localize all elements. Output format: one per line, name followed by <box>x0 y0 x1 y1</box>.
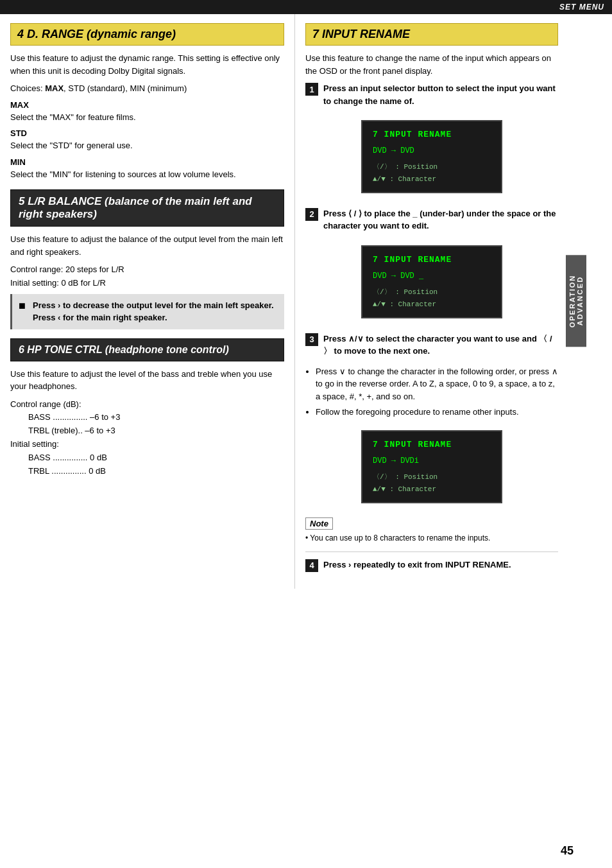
osd1-container: 7 INPUT RENAME DVD → DVD 〈/〉 : Position … <box>305 115 558 198</box>
bullet2: Follow the foregoing procedure to rename… <box>316 406 558 419</box>
step1-text: Press an input selector button to select… <box>323 82 558 107</box>
section6-header: 6 HP TONE CTRL (headphone tone control) <box>10 338 284 361</box>
step2-num: 2 <box>305 208 318 221</box>
section6-title: 6 HP TONE CTRL (headphone tone control) <box>19 344 276 356</box>
press-icon: ■ <box>19 299 28 313</box>
osd3-line3: ▲/▼ : Character <box>373 483 491 496</box>
step3-block: 3 Press ∧/∨ to select the character you … <box>305 333 558 358</box>
page-number: 45 <box>561 844 574 858</box>
section4-header: 4 D. RANGE (dynamic range) <box>10 23 284 46</box>
max-text: Select the "MAX" for feature films. <box>10 111 284 124</box>
sidebar-label: OPERATION ADVANCED <box>566 256 586 347</box>
left-column: 4 D. RANGE (dynamic range) Use this feat… <box>0 14 295 589</box>
note-label: Note <box>305 517 333 530</box>
std-text: Select the "STD" for general use. <box>10 139 284 152</box>
osd1-line3: ▲/▼ : Character <box>373 173 491 186</box>
section5-press-block: ■ Press › to decrease the output level f… <box>10 294 284 329</box>
max-label: MAX <box>10 100 284 110</box>
section4-title: 4 D. RANGE (dynamic range) <box>17 28 277 41</box>
osd3-line2: 〈/〉 : Position <box>373 471 491 483</box>
note-text: • You can use up to 8 characters to rena… <box>305 532 558 544</box>
section6-trbl-initial: TRBL ............... 0 dB <box>28 465 284 478</box>
step2-text: Press ⟨ / ⟩ to place the _ (under-bar) u… <box>323 207 558 232</box>
section6-bass-initial: BASS ............... 0 dB <box>28 451 284 465</box>
osd2-box: 7 INPUT RENAME DVD → DVD _ 〈/〉 : Positio… <box>361 245 502 318</box>
top-bar: SET MENU <box>0 0 612 14</box>
osd3-line1: DVD → DVDi <box>373 455 491 467</box>
section6-range-label: Control range (dB): <box>10 398 284 412</box>
section6-trbl-range: TRBL (treble).. –6 to +3 <box>28 424 284 438</box>
osd3-box: 7 INPUT RENAME DVD → DVDi 〈/〉 : Position… <box>361 430 502 503</box>
section6-control-info: Control range (dB): BASS ...............… <box>10 398 284 478</box>
osd3-title: 7 INPUT RENAME <box>373 438 491 452</box>
divider <box>305 551 558 552</box>
min-label: MIN <box>10 157 284 167</box>
section6-bass-range: BASS ............... –6 to +3 <box>28 411 284 424</box>
right-column: 7 INPUT RENAME Use this feature to chang… <box>295 14 586 589</box>
section6-initial-label: Initial setting: <box>10 438 284 451</box>
section7-header: 7 INPUT RENAME <box>305 23 558 46</box>
section5-header: 5 L/R BALANCE (balance of the main left … <box>10 189 284 227</box>
osd2-line3: ▲/▼ : Character <box>373 299 491 311</box>
section4-intro: Use this feature to adjust the dynamic r… <box>10 52 284 77</box>
section7-intro: Use this feature to change the name of t… <box>305 52 558 77</box>
section4-choices: Choices: MAX, STD (standard), MIN (minim… <box>10 82 284 95</box>
section5-title: 5 L/R BALANCE (balance of the main left … <box>19 195 276 221</box>
osd1-line2: 〈/〉 : Position <box>373 161 491 173</box>
step4-block: 4 Press › repeatedly to exit from INPUT … <box>305 559 558 572</box>
bullet-list: Press ∨ to change the character in the f… <box>316 365 558 419</box>
step1-block: 1 Press an input selector button to sele… <box>305 82 558 107</box>
step1-num: 1 <box>305 83 318 96</box>
main-content: 4 D. RANGE (dynamic range) Use this feat… <box>0 14 612 589</box>
section5-intro: Use this feature to adjust the balance o… <box>10 233 284 258</box>
sidebar-top: ADVANCED <box>576 277 584 327</box>
min-text: Select the "MIN" for listening to source… <box>10 168 284 181</box>
osd2-container: 7 INPUT RENAME DVD → DVD _ 〈/〉 : Positio… <box>305 240 558 324</box>
note-area: Note • You can use up to 8 characters to… <box>305 517 558 544</box>
set-menu-label: SET MENU <box>559 3 604 12</box>
sidebar-bottom: OPERATION <box>568 275 576 328</box>
osd2-line2: 〈/〉 : Position <box>373 286 491 299</box>
osd1-title: 7 INPUT RENAME <box>373 128 491 142</box>
section5-control-info: Control range: 20 steps for L/R Initial … <box>10 263 284 290</box>
osd1-box: 7 INPUT RENAME DVD → DVD 〈/〉 : Position … <box>361 120 502 193</box>
step4-num: 4 <box>305 559 318 572</box>
step4-text: Press › repeatedly to exit from INPUT RE… <box>323 559 558 571</box>
step3-text: Press ∧/∨ to select the character you wa… <box>323 333 558 358</box>
section5-initial: Initial setting: 0 dB for L/R <box>10 277 284 290</box>
osd2-title: 7 INPUT RENAME <box>373 253 491 267</box>
osd3-container: 7 INPUT RENAME DVD → DVDi 〈/〉 : Position… <box>305 425 558 508</box>
section5-press-text: Press › to decrease the output level for… <box>33 299 278 324</box>
step3-num: 3 <box>305 333 318 346</box>
section6-intro: Use this feature to adjust the level of … <box>10 368 284 393</box>
osd2-line1: DVD → DVD _ <box>373 270 491 282</box>
bullet1: Press ∨ to change the character in the f… <box>316 365 558 403</box>
section5-range: Control range: 20 steps for L/R <box>10 263 284 277</box>
step2-block: 2 Press ⟨ / ⟩ to place the _ (under-bar)… <box>305 207 558 232</box>
right-inner: 7 INPUT RENAME Use this feature to chang… <box>305 23 558 572</box>
osd1-line1: DVD → DVD <box>373 144 491 157</box>
section7-title: 7 INPUT RENAME <box>312 28 551 41</box>
std-label: STD <box>10 128 284 138</box>
